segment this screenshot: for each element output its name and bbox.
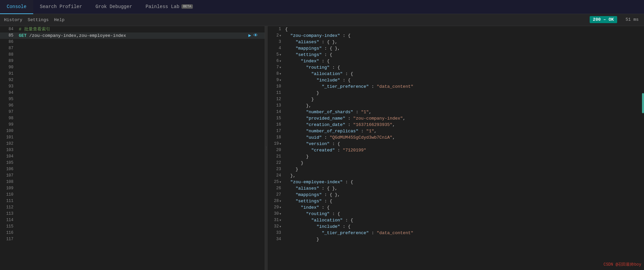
- tab-grok-debugger[interactable]: Grok Debugger: [89, 0, 139, 14]
- tab-painless-lab[interactable]: Painless Lab BETA: [139, 0, 200, 14]
- editor-code-line[interactable]: # 批量查看索引: [16, 26, 265, 32]
- editor-code-line[interactable]: [16, 147, 265, 153]
- toolbar: History Settings Help 200 – OK 51 ms: [0, 14, 644, 26]
- response-code-line: "allocation" : {: [284, 71, 642, 77]
- editor-code-line[interactable]: [16, 96, 265, 103]
- scrollbar-thumb[interactable]: [642, 93, 644, 113]
- editor-line-number: 107: [0, 173, 16, 179]
- editor-line-number: 90: [0, 64, 16, 71]
- response-line-number: 8▼: [268, 71, 284, 77]
- response-code-line: "number_of_replicas" : "1",: [284, 128, 642, 134]
- editor-line-number: 106: [0, 166, 16, 173]
- tab-search-profiler[interactable]: Search Profiler: [33, 0, 89, 14]
- response-line-number: 14: [268, 109, 284, 115]
- fold-arrow[interactable]: ▼: [279, 141, 281, 147]
- fold-arrow[interactable]: ▼: [279, 204, 281, 211]
- copy-icon[interactable]: 👁: [253, 32, 258, 39]
- editor-code-line[interactable]: [16, 52, 265, 58]
- editor-panel[interactable]: 8485868788899091929394959697989910010110…: [0, 26, 265, 270]
- response-code-line: "creation_date" : "1637166293935",: [284, 122, 642, 128]
- editor-code-line[interactable]: [16, 153, 265, 160]
- panel-divider[interactable]: ⋮: [265, 26, 268, 270]
- tab-grok-debugger-label: Grok Debugger: [96, 4, 132, 9]
- editor-code-line[interactable]: [16, 166, 265, 173]
- tab-console[interactable]: Console: [0, 0, 33, 14]
- editor-code-line[interactable]: [16, 115, 265, 122]
- editor-line-number: 97: [0, 109, 16, 115]
- fold-arrow[interactable]: ▼: [279, 223, 281, 230]
- editor-code-line[interactable]: [16, 217, 265, 223]
- response-code-line: },: [284, 173, 642, 179]
- response-code-line: "index" : {: [284, 204, 642, 211]
- editor-code-line[interactable]: [16, 198, 265, 204]
- editor-code-line[interactable]: [16, 185, 265, 192]
- fold-arrow[interactable]: ▼: [279, 179, 281, 185]
- editor-code-line[interactable]: [16, 64, 265, 71]
- response-code-line: "include" : {: [284, 223, 642, 230]
- editor-code-line[interactable]: [16, 122, 265, 128]
- editor-code-line[interactable]: [16, 58, 265, 64]
- response-line-number: 13: [268, 103, 284, 109]
- editor-code-line[interactable]: [16, 230, 265, 236]
- response-line-number: 32▼: [268, 223, 284, 230]
- tab-console-label: Console: [7, 4, 26, 9]
- editor-code-line[interactable]: [16, 204, 265, 211]
- editor-line-number: 101: [0, 134, 16, 141]
- editor-code-line[interactable]: [16, 83, 265, 90]
- beta-badge: BETA: [181, 4, 193, 9]
- editor-line-number: 99: [0, 122, 16, 128]
- editor-code-area[interactable]: # 批量查看索引GET /zou-company-index,zou-emplo…: [16, 26, 265, 270]
- editor-code-line[interactable]: [16, 109, 265, 115]
- editor-code-line[interactable]: [16, 223, 265, 230]
- response-line-number: 4: [268, 45, 284, 52]
- editor-code-line[interactable]: [16, 173, 265, 179]
- response-code-line: "provided_name" : "zou-company-index",: [284, 115, 642, 122]
- response-line-number: 1: [268, 26, 284, 32]
- response-code-line: "created" : "7120199": [284, 147, 642, 153]
- editor-line-number: 91: [0, 71, 16, 77]
- editor-line-number: 112: [0, 204, 16, 211]
- editor-code-line[interactable]: [16, 141, 265, 147]
- editor-line-number: 111: [0, 198, 16, 204]
- fold-arrow[interactable]: ▼: [279, 217, 281, 223]
- editor-code-line[interactable]: [16, 77, 265, 83]
- editor-code-line[interactable]: [16, 134, 265, 141]
- fold-arrow[interactable]: ▼: [279, 58, 281, 64]
- editor-code-line[interactable]: [16, 71, 265, 77]
- editor-code-line[interactable]: [16, 90, 265, 96]
- fold-arrow[interactable]: ▼: [279, 211, 281, 217]
- response-line-number: 25▼: [268, 179, 284, 185]
- history-button[interactable]: History: [4, 17, 22, 22]
- fold-arrow[interactable]: ▼: [279, 198, 281, 204]
- fold-arrow[interactable]: ▼: [279, 77, 281, 83]
- response-code-line: "routing" : {: [284, 211, 642, 217]
- editor-code-line[interactable]: [16, 236, 265, 243]
- response-line-number: 5▼: [268, 52, 284, 58]
- response-scrollbar[interactable]: [642, 26, 644, 270]
- editor-code-line[interactable]: [16, 179, 265, 185]
- fold-arrow[interactable]: ▼: [279, 64, 281, 71]
- editor-code-line[interactable]: [16, 160, 265, 166]
- fold-arrow[interactable]: ▼: [279, 32, 281, 39]
- editor-code-line[interactable]: [16, 192, 265, 198]
- response-code-line: "uuid" : "QGdMUM45SgCdyd3wb7CniA",: [284, 134, 642, 141]
- editor-code-line[interactable]: [16, 39, 265, 45]
- editor-line-numbers: 8485868788899091929394959697989910010110…: [0, 26, 16, 270]
- editor-code-line[interactable]: [16, 45, 265, 52]
- help-button[interactable]: Help: [54, 17, 64, 22]
- fold-arrow[interactable]: ▼: [279, 71, 281, 77]
- response-code-line: "routing" : {: [284, 64, 642, 71]
- editor-code-line[interactable]: [16, 103, 265, 109]
- response-line-number: 6▼: [268, 58, 284, 64]
- editor-code-line[interactable]: GET /zou-company-index,zou-employee-inde…: [16, 32, 265, 39]
- response-code-line: "aliases" : { },: [284, 39, 642, 45]
- run-icon[interactable]: ▶: [249, 32, 251, 39]
- editor-code-line[interactable]: [16, 128, 265, 134]
- response-line-number: 33: [268, 230, 284, 236]
- editor-code-line[interactable]: [16, 211, 265, 217]
- response-line-number: 10: [268, 83, 284, 90]
- response-line-numbers: 12▼345▼6▼7▼8▼9▼10111213141516171819▼2021…: [268, 26, 284, 270]
- response-line-number: 24: [268, 173, 284, 179]
- settings-button[interactable]: Settings: [28, 17, 49, 22]
- fold-arrow[interactable]: ▼: [279, 52, 281, 58]
